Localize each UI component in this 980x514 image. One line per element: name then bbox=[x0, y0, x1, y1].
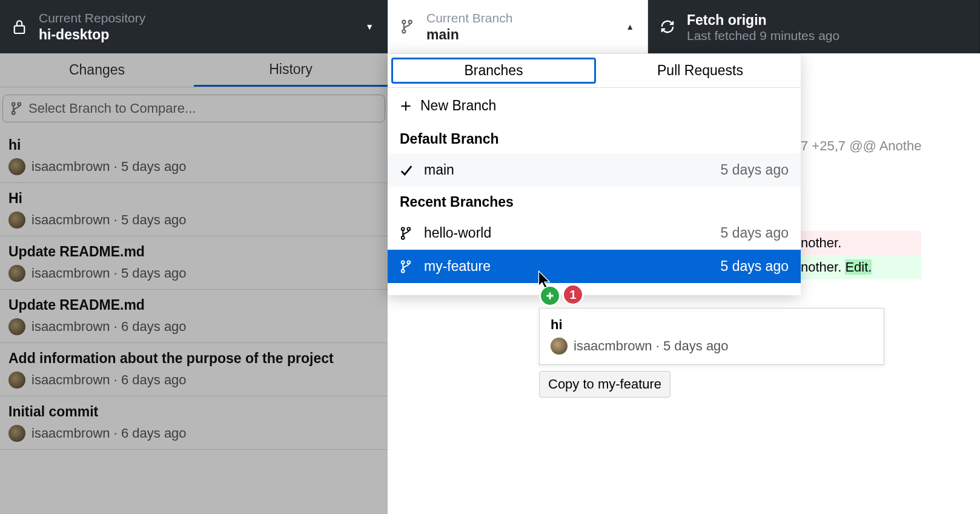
diff-hunk-header: 7 +25,7 @@ Anothe bbox=[801, 134, 921, 158]
fetch-button[interactable]: Fetch origin Last fetched 9 minutes ago bbox=[648, 0, 980, 53]
commit-title: Add information about the purpose of the… bbox=[8, 350, 379, 367]
avatar bbox=[8, 212, 25, 229]
fetch-title: Fetch origin bbox=[687, 12, 839, 28]
commit-author: isaacmbrown bbox=[31, 426, 110, 441]
branch-icon bbox=[399, 18, 416, 35]
commit-row[interactable]: hiisaacmbrown · 5 days ago bbox=[0, 130, 388, 183]
tab-history[interactable]: History bbox=[194, 53, 388, 87]
commit-author: isaacmbrown bbox=[31, 212, 110, 228]
svg-point-3 bbox=[409, 21, 412, 24]
tab-pull-requests[interactable]: Pull Requests bbox=[600, 54, 801, 87]
count-badge: 1 bbox=[562, 284, 584, 305]
sync-icon bbox=[659, 18, 676, 35]
commit-title: Update README.md bbox=[8, 244, 379, 260]
drag-commit-title: hi bbox=[551, 317, 873, 333]
history-sidebar: Changes History Select Branch to Compare… bbox=[0, 53, 388, 514]
svg-point-6 bbox=[18, 102, 21, 105]
commit-row[interactable]: Update README.mdisaacmbrown · 5 days ago bbox=[0, 236, 388, 290]
svg-rect-0 bbox=[15, 26, 25, 33]
commit-row[interactable]: Update README.mdisaacmbrown · 6 days ago bbox=[0, 290, 388, 343]
svg-point-9 bbox=[407, 227, 410, 230]
tab-changes[interactable]: Changes bbox=[0, 53, 194, 87]
branch-name: main bbox=[426, 27, 512, 43]
repo-selector[interactable]: Current Repository hi-desktop ▼ bbox=[0, 0, 388, 53]
commit-title: Hi bbox=[8, 190, 379, 207]
svg-point-11 bbox=[402, 269, 405, 272]
commit-row[interactable]: Initial commitisaacmbrown · 6 days ago bbox=[0, 396, 388, 450]
svg-point-7 bbox=[402, 227, 405, 230]
commit-title: Update README.md bbox=[8, 297, 379, 313]
commit-time: 5 days ago bbox=[121, 159, 187, 175]
commit-author: isaacmbrown bbox=[31, 372, 110, 388]
drop-tooltip: Copy to my-feature bbox=[539, 371, 670, 398]
new-branch-button[interactable]: New Branch bbox=[388, 88, 801, 124]
svg-point-5 bbox=[12, 112, 15, 115]
branch-icon bbox=[400, 226, 416, 241]
branch-row-main[interactable]: main 5 days ago bbox=[388, 153, 801, 187]
cursor-icon bbox=[537, 270, 552, 291]
commit-time: 5 days ago bbox=[121, 265, 187, 281]
commit-row[interactable]: Hiisaacmbrown · 5 days ago bbox=[0, 183, 388, 236]
branch-row-my-feature[interactable]: my-feature 5 days ago bbox=[388, 250, 801, 283]
top-bar: Current Repository hi-desktop ▼ Current … bbox=[0, 0, 980, 53]
commit-author: isaacmbrown bbox=[31, 159, 110, 175]
section-recent-branches: Recent Branches bbox=[388, 187, 801, 216]
tab-branches[interactable]: Branches bbox=[391, 58, 596, 84]
commit-time: 6 days ago bbox=[121, 319, 187, 335]
chevron-down-icon: ▼ bbox=[365, 22, 374, 32]
svg-point-12 bbox=[407, 261, 410, 264]
svg-point-2 bbox=[402, 30, 405, 33]
avatar bbox=[8, 265, 25, 282]
repo-name: hi-desktop bbox=[39, 27, 145, 43]
chevron-up-icon: ▲ bbox=[626, 22, 634, 32]
commit-author: isaacmbrown bbox=[31, 319, 110, 335]
svg-point-8 bbox=[402, 236, 405, 239]
commit-row[interactable]: Add information about the purpose of the… bbox=[0, 343, 388, 396]
section-default-branch: Default Branch bbox=[388, 124, 801, 153]
fetch-sub: Last fetched 9 minutes ago bbox=[687, 28, 839, 43]
avatar bbox=[8, 318, 25, 335]
drag-preview-card: hi isaacmbrown · 5 days ago bbox=[539, 308, 884, 365]
diff-preview: 7 +25,7 @@ Anothe nother. nother. Edit. bbox=[801, 134, 921, 279]
svg-point-1 bbox=[402, 21, 405, 24]
avatar bbox=[8, 425, 25, 442]
branch-row-hello-world[interactable]: hello-world 5 days ago bbox=[388, 216, 801, 250]
commit-title: Initial commit bbox=[8, 404, 379, 420]
svg-point-4 bbox=[12, 102, 15, 105]
avatar bbox=[551, 338, 568, 355]
avatar bbox=[8, 372, 25, 389]
branch-selector[interactable]: Current Branch main ▲ bbox=[388, 0, 648, 53]
repo-label: Current Repository bbox=[39, 11, 145, 25]
check-icon bbox=[400, 164, 416, 177]
commit-author: isaacmbrown bbox=[31, 265, 110, 281]
commit-time: 6 days ago bbox=[121, 426, 187, 441]
svg-point-10 bbox=[402, 261, 405, 264]
lock-icon bbox=[11, 18, 28, 35]
commit-time: 5 days ago bbox=[121, 212, 187, 228]
commit-title: hi bbox=[8, 137, 379, 153]
avatar bbox=[8, 158, 25, 175]
commit-time: 6 days ago bbox=[121, 372, 187, 388]
compare-branch-input[interactable]: Select Branch to Compare... bbox=[2, 95, 385, 122]
compare-placeholder: Select Branch to Compare... bbox=[28, 101, 196, 116]
branch-label: Current Branch bbox=[426, 11, 512, 25]
branch-icon bbox=[400, 259, 416, 274]
branch-dropdown: Branches Pull Requests New Branch Defaul… bbox=[388, 53, 801, 295]
